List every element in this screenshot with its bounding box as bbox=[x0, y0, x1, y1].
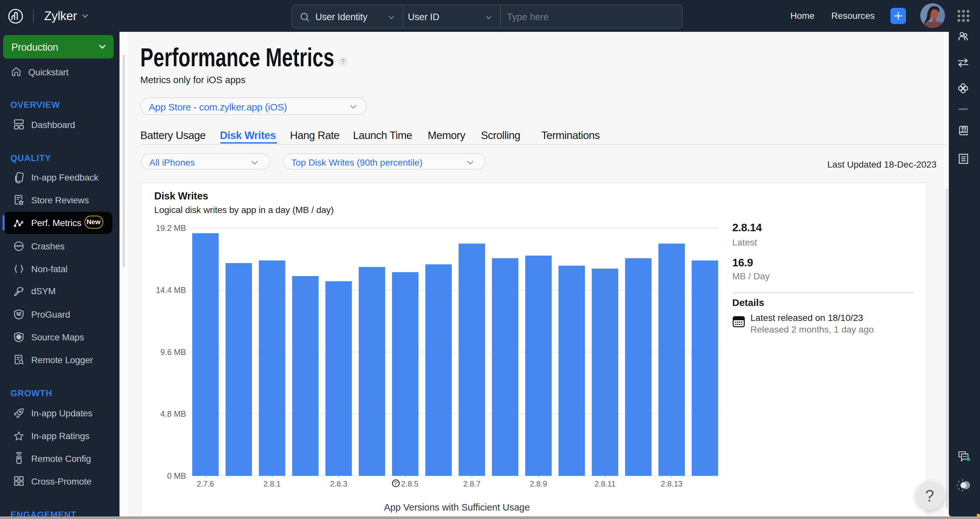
svg-text:9.6 MB: 9.6 MB bbox=[160, 347, 186, 356]
svg-text:A-Z: A-Z bbox=[961, 130, 966, 133]
svg-text:2.8.9: 2.8.9 bbox=[529, 479, 547, 488]
svg-text:2.8.3: 2.8.3 bbox=[329, 479, 347, 488]
svg-text:2.8.1: 2.8.1 bbox=[263, 479, 280, 488]
svg-text:App Versions with Sufficient U: App Versions with Sufficient Usage bbox=[383, 502, 529, 512]
svg-text:2.8.7: 2.8.7 bbox=[463, 479, 480, 488]
svg-text:4.8 MB: 4.8 MB bbox=[160, 409, 186, 418]
svg-text:14.4 MB: 14.4 MB bbox=[156, 285, 186, 294]
svg-text:2.8.13: 2.8.13 bbox=[660, 479, 682, 488]
svg-text:0 MB: 0 MB bbox=[167, 471, 186, 480]
svg-text:19.2 MB: 19.2 MB bbox=[156, 223, 186, 232]
svg-text:2.8.11: 2.8.11 bbox=[594, 479, 615, 488]
svg-text:2.7.6: 2.7.6 bbox=[196, 479, 214, 488]
svg-text:2.8.5: 2.8.5 bbox=[401, 479, 418, 488]
